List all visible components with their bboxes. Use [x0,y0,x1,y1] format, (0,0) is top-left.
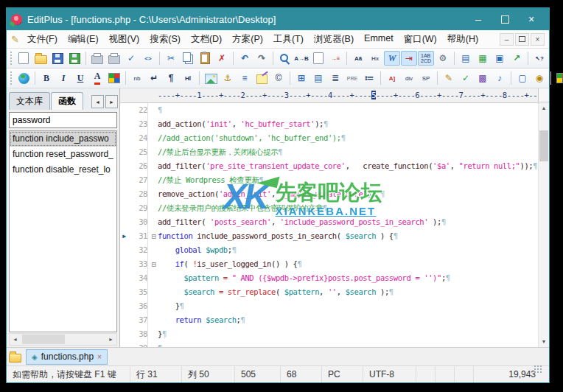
close-button[interactable]: × [518,8,545,30]
tab-scroll-right-button[interactable]: ► [105,95,118,108]
find-in-files-button[interactable] [310,51,326,66]
menu-item[interactable]: 方案(P) [227,32,268,47]
bold-button[interactable]: B [38,71,55,85]
menu-item[interactable]: 视图(V) [104,32,145,47]
code-text[interactable]: ¶ [158,103,549,117]
form-tag-button[interactable]: ▢ [514,71,531,85]
code-text[interactable]: remove_action('admin_init', '_maybe_upda… [158,187,549,201]
preformatted-tag-button[interactable]: PRE [344,71,360,85]
insert-comment-button[interactable] [253,71,270,85]
code-text[interactable]: }¶ [158,299,549,313]
function-list-item[interactable]: function reset_password_ [10,147,116,162]
menu-item[interactable]: 窗口(W) [399,32,442,47]
folder-icon[interactable] [9,354,21,363]
insert-movie-button[interactable]: ▩ [475,71,491,85]
code-text[interactable]: return $search;¶ [158,313,549,327]
preferences-button[interactable]: ⚙ [435,51,451,66]
scroll-left-arrow[interactable]: ◄ [10,334,21,345]
html-source-button[interactable]: <> [140,51,156,66]
auto-indent-button[interactable]: ⇥ [401,51,417,66]
div-tag-button[interactable]: div [401,71,417,85]
function-filter-input[interactable] [9,112,117,128]
tab-close-icon[interactable]: × [97,353,102,361]
code-text[interactable]: add_action('init', 'hc_buffer_start');¶ [158,117,549,131]
browser-window-button[interactable]: ↗ [508,51,525,66]
fold-marker[interactable]: ⊟ [150,229,158,243]
function-list-item[interactable]: function disable_reset_lo [10,162,116,178]
spell-check-button[interactable]: ✓ [123,51,139,66]
menu-item[interactable]: 文件(F) [22,32,63,47]
print-preview-button[interactable] [89,51,105,66]
menu-item[interactable]: 编辑(E) [63,32,104,47]
italic-button[interactable]: I [55,71,71,85]
list-tag-button[interactable]: ≔ [361,71,377,85]
insert-table-button[interactable]: ⊞ [293,71,310,85]
code-text[interactable]: //禁止后台显示更新，关闭核心提示¶ [158,145,549,159]
code-text[interactable]: //使未登录用户的搜索结果中包含密码保护的文章¶ [158,201,549,215]
split-box[interactable] [538,88,549,102]
code-text[interactable]: add_filter('pre_site_transient_update_co… [158,159,549,173]
print-button[interactable] [106,51,122,66]
save-all-button[interactable] [66,51,83,66]
font-color-button[interactable]: A [89,71,105,85]
code-text[interactable]: if( !is_user_logged_in() ) {¶ [158,257,549,271]
heading-tag-button[interactable]: HĪ [180,71,196,85]
code-text[interactable]: $pattern = " AND ({$wpdb->prefix}posts.p… [158,271,549,285]
insert-anchor-button[interactable]: ⚓ [220,71,236,85]
menu-item[interactable]: Emmet [359,32,399,47]
code-text[interactable]: }¶ [158,327,549,341]
editor-pane[interactable]: ----+----1----+----2----+----3----+----4… [120,88,549,347]
toolbar-grip[interactable] [10,52,12,65]
code-text[interactable]: $search = str_replace( $pattern, '', $se… [158,285,549,299]
code-text[interactable]: //add_action('shutdown', 'hc_buffer_end'… [158,131,549,145]
mdi-restore-button[interactable] [515,33,529,46]
cut-button[interactable]: ✂ [163,51,179,66]
new-file-button[interactable] [15,51,32,66]
fold-marker[interactable]: ⊟ [150,257,158,271]
undo-button[interactable]: ↶ [237,51,253,66]
code-area[interactable]: 22¶23add_action('init', 'hc_buffer_start… [120,103,549,347]
goto-line-button[interactable]: →≡ [327,51,343,66]
open-file-button[interactable] [32,51,49,66]
delete-button[interactable]: ✗ [214,51,230,66]
form-elements-button[interactable]: ◉ [531,71,548,85]
menu-item[interactable]: 工具(T) [268,32,309,47]
code-text[interactable]: ¶ [158,341,549,347]
nonbreaking-space-button[interactable]: nb [129,71,145,85]
named-anchor-button[interactable]: A] [384,71,400,85]
scroll-track[interactable] [21,334,105,345]
save-file-button[interactable] [49,51,66,66]
directory-window-button[interactable]: ▦ [475,51,491,66]
table-header-button[interactable]: ▤ [310,71,326,85]
document-selector-button[interactable]: ▤ [458,51,474,66]
vertical-scrollbar[interactable]: ▲ ▼ [538,102,549,347]
toolbar-grip[interactable] [10,71,12,85]
code-text[interactable]: global $wpdb;¶ [158,243,549,257]
hex-view-button[interactable]: Hx [367,51,383,66]
scroll-up-arrow[interactable]: ▲ [539,102,549,113]
menu-item[interactable]: 浏览器(B) [309,32,359,47]
context-help-button[interactable]: ↖? [531,51,548,66]
scroll-right-arrow[interactable]: ► [105,334,116,345]
vertical-scroll-thumb[interactable] [539,130,548,161]
span-tag-button[interactable]: SP [418,71,434,85]
line-numbers-button[interactable]: 1AB 2CD [418,51,434,66]
menu-item[interactable]: 帮助(H) [442,32,483,47]
insert-audio-button[interactable]: ♪ [492,71,508,85]
scroll-thumb[interactable] [22,335,65,344]
horizontal-rule-button[interactable]: ≡ [237,71,253,85]
edit-script-button[interactable]: ✎ [441,71,457,85]
view-in-browser-button[interactable] [15,71,32,85]
paragraph-tag-button[interactable]: ¶ [163,71,179,85]
maximize-button[interactable] [492,8,518,30]
replace-button[interactable]: A→B [293,51,310,66]
tab-cliptext[interactable]: 文本库 [9,92,50,110]
set-font-button[interactable]: Aã [350,51,366,66]
redo-button[interactable]: ↷ [253,51,270,66]
underline-button[interactable]: U [72,71,88,85]
copy-button[interactable] [180,51,196,66]
line-break-button[interactable]: ↵ [146,71,162,85]
code-text[interactable]: add_filter( 'posts_search', 'include_pas… [158,215,549,229]
word-wrap-button[interactable]: W [384,51,400,66]
document-tab-functions-php[interactable]: ◈ functions.php × [26,349,108,365]
